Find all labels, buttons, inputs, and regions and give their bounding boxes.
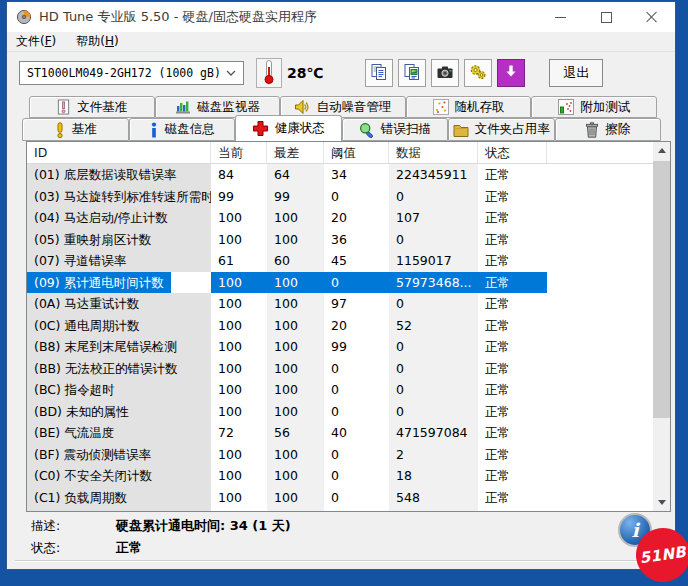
menubar: 文件(F)帮助(H) bbox=[7, 32, 675, 52]
random-access-icon bbox=[433, 99, 449, 115]
table-row[interactable]: (BD) 未知的属性10010000正常 bbox=[27, 401, 653, 423]
table-row[interactable]: (0C) 通电周期计数1001002052正常 bbox=[27, 315, 653, 337]
column-header[interactable]: 阈值 bbox=[324, 142, 389, 163]
menu-item-help-menu[interactable]: 帮助(H) bbox=[76, 33, 118, 50]
settings-button[interactable] bbox=[464, 59, 492, 87]
data-cell: 2 bbox=[389, 444, 478, 466]
table-row[interactable]: (BB) 无法校正的错误计数10010000正常 bbox=[27, 358, 653, 380]
table-row[interactable]: (BE) 气流温度725640471597084正常 bbox=[27, 422, 653, 444]
tab-file-benchmark[interactable]: 文件基准 bbox=[29, 96, 155, 118]
folder-usage-icon bbox=[453, 123, 469, 137]
scrollbar-down-button[interactable] bbox=[653, 494, 670, 511]
table-row[interactable]: (BC) 指令超时10010000正常 bbox=[27, 379, 653, 401]
tab-random-access[interactable]: 随机存取 bbox=[406, 96, 532, 118]
tab-label: 磁盘信息 bbox=[165, 121, 215, 138]
current-cell: 100 bbox=[211, 465, 267, 487]
tab-benchmark[interactable]: 基准 bbox=[22, 118, 129, 141]
noise-manager-icon bbox=[294, 99, 310, 115]
table-row[interactable]: (09) 累计通电时间计数100100057973468...正常 bbox=[27, 272, 653, 294]
table-row[interactable]: (C1) 负载周期数1001000548正常 bbox=[27, 487, 653, 509]
column-header[interactable]: 状态 bbox=[478, 142, 547, 163]
temperature-button[interactable] bbox=[256, 58, 282, 88]
attribute-id-text: (04) 马达启动/停止计数 bbox=[27, 207, 175, 229]
file-benchmark-icon bbox=[56, 99, 71, 115]
description-label: 描述: bbox=[31, 518, 116, 535]
column-header[interactable]: 最差 bbox=[267, 142, 324, 163]
close-button[interactable] bbox=[629, 2, 675, 32]
current-cell: 99 bbox=[211, 186, 267, 208]
disk-info-icon bbox=[149, 122, 159, 138]
attribute-id-cell: (0C) 通电周期计数 bbox=[27, 315, 211, 337]
data-cell: 52 bbox=[389, 315, 478, 337]
window-title: HD Tune 专业版 5.50 - 硬盘/固态硬盘实用程序 bbox=[39, 8, 317, 26]
status-panel: 描述: 硬盘累计通电时间: 34 (1 天) 状态: 正常 bbox=[31, 515, 605, 559]
threshold-cell: 40 bbox=[324, 422, 389, 444]
table-row[interactable]: (B8) 末尾到末尾错误检测100100990正常 bbox=[27, 336, 653, 358]
filler-cell bbox=[547, 379, 653, 401]
exit-button[interactable]: 退出 bbox=[549, 59, 603, 87]
thermometer-icon bbox=[261, 59, 277, 88]
tab-erase[interactable]: 擦除 bbox=[555, 118, 662, 141]
worst-cell: 100 bbox=[267, 207, 324, 229]
status-cell: 正常 bbox=[478, 272, 547, 294]
scrollbar-thumb[interactable] bbox=[653, 161, 670, 418]
worst-cell: 100 bbox=[267, 487, 324, 509]
close-icon bbox=[646, 11, 658, 23]
table-row[interactable]: (03) 马达旋转到标准转速所需时间999900正常 bbox=[27, 186, 653, 208]
table-row[interactable]: (04) 马达启动/停止计数10010020107正常 bbox=[27, 207, 653, 229]
table-row[interactable]: (C2) 温度正常 bbox=[27, 508, 653, 511]
table-row[interactable]: (05) 重映射扇区计数100100360正常 bbox=[27, 229, 653, 251]
filler-cell bbox=[547, 487, 653, 509]
filler-cell bbox=[547, 293, 653, 315]
tab-error-scan[interactable]: 错误扫描 bbox=[342, 118, 449, 141]
menu-item-label: ) bbox=[114, 34, 119, 48]
menu-item-label: 帮助( bbox=[76, 34, 105, 48]
extra-tests-icon bbox=[558, 99, 574, 115]
data-cell: 471597084 bbox=[389, 422, 478, 444]
tab-label: 磁盘监视器 bbox=[197, 99, 260, 116]
threshold-cell: 0 bbox=[324, 487, 389, 509]
scrollbar-up-button[interactable] bbox=[653, 142, 670, 159]
table-row[interactable]: (07) 寻道错误率6160451159017正常 bbox=[27, 250, 653, 272]
status-cell: 正常 bbox=[478, 293, 547, 315]
attribute-id-text: (01) 底层数据读取错误率 bbox=[27, 164, 183, 186]
current-cell: 100 bbox=[211, 358, 267, 380]
filler-cell bbox=[547, 207, 653, 229]
copy-text-button[interactable] bbox=[365, 59, 393, 87]
vertical-scrollbar[interactable] bbox=[653, 142, 670, 511]
column-header[interactable]: 数据 bbox=[389, 142, 478, 163]
erase-icon bbox=[585, 122, 599, 138]
copy-image-button[interactable] bbox=[398, 59, 426, 87]
column-header-filler bbox=[547, 142, 653, 163]
maximize-button[interactable] bbox=[583, 2, 629, 32]
minimize-button[interactable] bbox=[537, 2, 583, 32]
filler-cell bbox=[547, 508, 653, 511]
column-header[interactable]: 当前 bbox=[211, 142, 267, 163]
download-button[interactable] bbox=[497, 59, 525, 87]
attribute-id-text: (BD) 未知的属性 bbox=[27, 401, 135, 423]
threshold-cell: 45 bbox=[324, 250, 389, 272]
tab-health-status[interactable]: 健康状态 bbox=[235, 115, 342, 141]
attribute-id-cell: (BF) 震动侦测错误率 bbox=[27, 444, 211, 466]
table-row[interactable]: (01) 底层数据读取错误率846434224345911正常 bbox=[27, 164, 653, 186]
status-cell: 正常 bbox=[478, 250, 547, 272]
tab-disk-info[interactable]: 磁盘信息 bbox=[129, 118, 236, 141]
screenshot-button[interactable] bbox=[431, 59, 459, 87]
tab-folder-usage[interactable]: 文件夹占用率 bbox=[448, 118, 555, 141]
menu-item-file-menu[interactable]: 文件(F) bbox=[16, 33, 56, 50]
tab-extra-tests[interactable]: 附加测试 bbox=[531, 96, 657, 118]
column-header[interactable]: ID bbox=[27, 142, 211, 163]
worst-cell: 56 bbox=[267, 422, 324, 444]
table-row[interactable]: (BF) 震动侦测错误率10010002正常 bbox=[27, 444, 653, 466]
attribute-id-cell: (01) 底层数据读取错误率 bbox=[27, 164, 211, 186]
current-cell: 100 bbox=[211, 272, 267, 294]
status-value: 正常 bbox=[116, 539, 142, 557]
attribute-id-text: (09) 累计通电时间计数 bbox=[27, 272, 171, 294]
table-row[interactable]: (C0) 不安全关闭计数100100018正常 bbox=[27, 465, 653, 487]
data-cell: 0 bbox=[389, 401, 478, 423]
attribute-id-cell: (BC) 指令超时 bbox=[27, 379, 211, 401]
drive-selector-dropdown[interactable]: ST1000LM049-2GH172 (1000 gB) bbox=[19, 61, 244, 85]
tab-row-top: 文件基准磁盘监视器自动噪音管理随机存取附加测试 bbox=[29, 96, 657, 118]
attribute-id-cell: (05) 重映射扇区计数 bbox=[27, 229, 211, 251]
table-row[interactable]: (0A) 马达重试计数100100970正常 bbox=[27, 293, 653, 315]
